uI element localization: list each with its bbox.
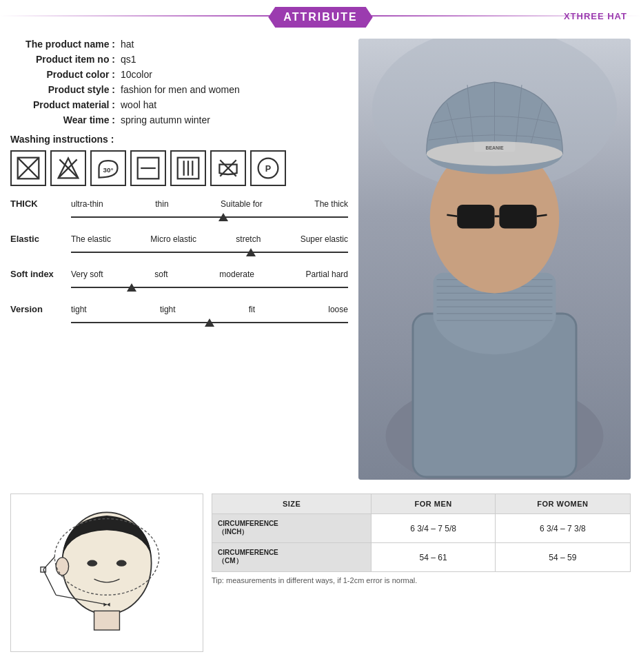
right-panel: BEANIE <box>358 39 631 480</box>
soft-label-2: moderate <box>219 269 254 279</box>
value-style: fashion for men and women <box>121 84 240 95</box>
value-item-no: qs1 <box>121 54 136 65</box>
flat-dry-svg <box>136 156 161 181</box>
wash-icon-no-iron <box>210 150 246 186</box>
slider-elastic: Elastic The elastic Micro elastic stretc… <box>10 234 348 259</box>
washing-title: Washing instructions : <box>10 134 348 145</box>
wash-icon-dry-clean: P <box>250 150 286 186</box>
col-size: SIZE <box>212 494 372 514</box>
slider-soft-labels: Very soft soft moderate Partial hard <box>71 269 348 279</box>
value-men-inch: 6 3/4 – 7 5/8 <box>372 514 495 543</box>
product-info-table: The product name : hat Product item no :… <box>10 39 348 125</box>
thick-label-0: ultra-thin <box>71 199 103 209</box>
info-row-material: Product material : wool hat <box>10 99 348 110</box>
attribute-badge: ATTRIBUTE <box>268 7 372 28</box>
svg-line-51 <box>43 557 55 569</box>
value-women-cm: 54 – 59 <box>495 543 630 572</box>
value-product-name: hat <box>121 39 134 50</box>
elastic-label-0: The elastic <box>71 234 111 244</box>
slider-elastic-title: Elastic <box>10 234 65 244</box>
size-tip: Tip: measurements in different ways, if … <box>212 576 631 584</box>
col-women: FOR WOMEN <box>495 494 630 514</box>
header: ATTRIBUTE XTHREE HAT <box>0 0 641 32</box>
slider-soft: Soft index Very soft soft moderate Parti… <box>10 269 348 294</box>
svg-text:P: P <box>265 164 271 174</box>
svg-rect-32 <box>499 205 536 229</box>
slider-version: Version tight tight fit loose <box>10 304 348 329</box>
no-wash-svg <box>16 156 41 181</box>
slider-thick: THICK ultra-thin thin Suitable for The t… <box>10 198 348 224</box>
wash-icon-30: 30° <box>90 150 126 186</box>
slider-section: THICK ultra-thin thin Suitable for The t… <box>10 198 348 329</box>
table-row-cm: CIRCUMFERENCE（CM） 54 – 61 54 – 59 <box>212 543 631 572</box>
washing-icons: 30° <box>10 150 348 186</box>
svg-text:BEANIE: BEANIE <box>485 145 503 150</box>
col-men: FOR MEN <box>372 494 495 514</box>
slider-thick-title: THICK <box>10 198 65 209</box>
no-iron-svg <box>216 156 241 181</box>
label-color: Product color : <box>10 69 121 80</box>
head-diagram <box>10 493 203 652</box>
version-marker <box>205 318 214 327</box>
value-material: wool hat <box>121 99 156 110</box>
elastic-label-3: Super elastic <box>301 234 348 244</box>
dry-clean-svg: P <box>256 156 281 181</box>
version-label-3: loose <box>328 305 348 314</box>
label-material: Product material : <box>10 99 121 110</box>
bottom-section: SIZE FOR MEN FOR WOMEN CIRCUMFERENCE（INC… <box>0 493 641 662</box>
slider-elastic-labels: The elastic Micro elastic stretch Super … <box>71 234 348 244</box>
version-label-0: tight <box>71 305 87 314</box>
main-content: The product name : hat Product item no :… <box>0 32 641 487</box>
table-row-inch: CIRCUMFERENCE（INCH） 6 3/4 – 7 5/8 6 3/4 … <box>212 514 631 543</box>
version-label-2: fit <box>249 305 255 314</box>
size-table: SIZE FOR MEN FOR WOMEN CIRCUMFERENCE（INC… <box>212 493 631 572</box>
elastic-marker <box>246 248 256 256</box>
head-diagram-svg <box>24 504 190 642</box>
thick-label-2: Suitable for <box>221 199 263 209</box>
product-image: BEANIE <box>358 39 631 480</box>
brand-label: XTHREE HAT <box>564 11 627 21</box>
version-label-1: tight <box>160 305 176 314</box>
size-table-container: SIZE FOR MEN FOR WOMEN CIRCUMFERENCE（INC… <box>212 493 631 652</box>
label-circumference-cm: CIRCUMFERENCE（CM） <box>212 543 372 572</box>
wash-30-svg: 30° <box>96 156 121 181</box>
wash-icon-no-bleach <box>50 150 86 186</box>
label-item-no: Product item no : <box>10 54 121 65</box>
thick-label-1: thin <box>155 199 168 209</box>
soft-label-3: Partial hard <box>306 269 348 279</box>
info-row-style: Product style : fashion for men and wome… <box>10 84 348 95</box>
info-row-item: Product item no : qs1 <box>10 54 348 65</box>
no-bleach-svg <box>56 156 81 181</box>
product-image-svg: BEANIE <box>358 39 631 480</box>
slider-thick-labels: ultra-thin thin Suitable for The thick <box>71 199 348 209</box>
svg-line-52 <box>43 569 56 595</box>
elastic-label-2: stretch <box>236 234 261 244</box>
wash-icon-tumble <box>170 150 206 186</box>
left-panel: The product name : hat Product item no :… <box>10 39 348 480</box>
value-men-cm: 54 – 61 <box>372 543 495 572</box>
value-color: 10color <box>121 69 152 80</box>
svg-rect-49 <box>94 611 120 630</box>
wash-icon-flat-dry <box>130 150 166 186</box>
label-product-name: The product name : <box>10 39 121 50</box>
soft-marker <box>127 283 136 292</box>
svg-point-47 <box>116 560 127 567</box>
label-wear: Wear time : <box>10 114 121 125</box>
slider-soft-title: Soft index <box>10 269 65 279</box>
svg-rect-31 <box>457 205 494 229</box>
label-style: Product style : <box>10 84 121 95</box>
size-table-header-row: SIZE FOR MEN FOR WOMEN <box>212 494 631 514</box>
slider-version-title: Version <box>10 304 65 314</box>
info-row-color: Product color : 10color <box>10 69 348 80</box>
info-row-name: The product name : hat <box>10 39 348 50</box>
svg-text:30°: 30° <box>103 166 114 174</box>
wash-icon-no-wash <box>10 150 46 186</box>
soft-label-0: Very soft <box>71 269 103 279</box>
value-wear: spring autumn winter <box>121 114 210 125</box>
tumble-svg <box>176 156 201 181</box>
value-women-inch: 6 3/4 – 7 3/8 <box>495 514 630 543</box>
label-circumference-inch: CIRCUMFERENCE（INCH） <box>212 514 372 543</box>
slider-version-labels: tight tight fit loose <box>71 305 348 314</box>
elastic-label-1: Micro elastic <box>150 234 196 244</box>
info-row-wear: Wear time : spring autumn winter <box>10 114 348 125</box>
